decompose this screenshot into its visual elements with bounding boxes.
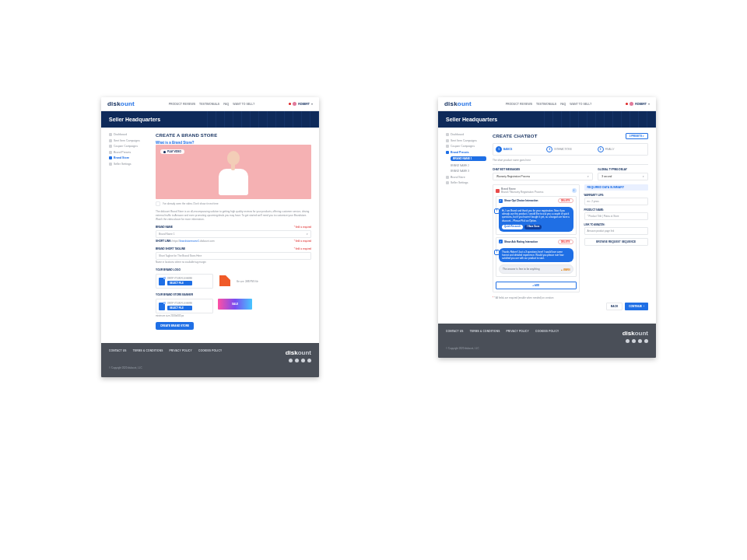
footer-privacy[interactable]: PRIVACY POLICY — [507, 330, 529, 333]
chip-have-gone[interactable]: I Have Gone — [524, 225, 542, 229]
side-coupon-campaigns[interactable]: Coupon Campaigns — [446, 145, 486, 148]
instagram-icon[interactable] — [638, 339, 642, 343]
warning-icon: ▲ WARN — [560, 269, 570, 272]
footer-terms[interactable]: TERMS & CONDITIONS — [133, 349, 163, 352]
chatmsg-select[interactable]: Warranty Registration Process▾ — [493, 173, 593, 180]
seen-video-row[interactable]: I've already seen the video. Don't show … — [156, 201, 311, 206]
bot-bubble[interactable]: ? Thanks Robert! Just a 3 questions here… — [499, 248, 573, 263]
block-opt-choice: ✓ Show Opt Choice Interaction DELETE ? H… — [496, 196, 577, 235]
show-toggle[interactable]: ✓ — [499, 240, 503, 243]
step-interactions[interactable]: 2INTERACTIONS — [546, 146, 594, 152]
create-brand-store-button[interactable]: CREATE BRAND STORE — [156, 322, 194, 330]
social-icons — [286, 359, 311, 362]
side-brand-store[interactable]: Brand Store — [109, 156, 149, 159]
nav-want-to-sell[interactable]: WANT TO SELL? — [570, 103, 591, 106]
twitter-icon[interactable] — [632, 339, 636, 343]
chip-quick-research[interactable]: Quick Research — [502, 225, 523, 229]
brandname-label: BRAND NAME — [156, 226, 173, 229]
footer-privacy[interactable]: PRIVACY POLICY — [170, 349, 192, 352]
instagram-icon[interactable] — [301, 359, 305, 362]
twitter-icon[interactable] — [295, 359, 299, 362]
store-icon — [446, 176, 449, 179]
select-file-button[interactable]: SELECT FILE — [167, 281, 192, 285]
presets-button[interactable]: 3 PRESETS ▾ — [626, 133, 648, 139]
browse-sequence-button[interactable]: BROWSE REQUEST SEQUENCE — [584, 238, 648, 246]
block-title: Show Ask Rating Interaction — [504, 240, 538, 243]
shortlink-value[interactable]: brandstorename1 — [180, 240, 199, 243]
side-sent-campaigns[interactable]: Sent Item Campaigns — [446, 139, 486, 142]
tagline-input[interactable]: Short Tagline for The Brand Goes Here — [156, 252, 311, 260]
add-interaction-button[interactable]: + ADD — [496, 282, 577, 289]
footer-terms[interactable]: TERMS & CONDITIONS — [470, 330, 500, 333]
side-sent-campaigns[interactable]: Sent Item Campaigns — [109, 139, 149, 142]
send-icon — [446, 139, 449, 142]
logo[interactable]: diskount — [107, 100, 135, 107]
nav-faq[interactable]: FAQ — [560, 103, 566, 106]
seen-video-checkbox[interactable] — [156, 201, 160, 206]
youtube-icon[interactable] — [644, 339, 648, 343]
help-icon[interactable]: ? — [494, 208, 500, 214]
store-icon — [109, 156, 112, 159]
step-basics[interactable]: 1BASICS — [496, 146, 543, 152]
side-coupon-campaigns[interactable]: Coupon Campaigns — [109, 145, 149, 148]
side-brand-presets[interactable]: Brand Presets — [109, 151, 149, 154]
footer-contact[interactable]: CONTACT US — [446, 330, 464, 333]
side-brand-store[interactable]: Brand Store — [446, 176, 486, 179]
nav-product-reviews[interactable]: PRODUCT REVIEWS — [169, 103, 195, 106]
tag-icon — [109, 145, 112, 148]
topbar: diskount PRODUCT REVIEWS TESTIMONIALS FA… — [101, 97, 319, 111]
nav-product-reviews[interactable]: PRODUCT REVIEWS — [506, 103, 532, 106]
nav-want-to-sell[interactable]: WANT TO SELL? — [233, 103, 254, 106]
facebook-icon[interactable] — [626, 339, 630, 343]
side-dashboard[interactable]: Dashboard — [109, 133, 149, 136]
delay-select[interactable]: 3 second▾ — [598, 173, 648, 180]
logo[interactable]: diskount — [444, 100, 472, 107]
back-button[interactable]: BACK — [606, 303, 622, 310]
side-sub-brand2[interactable]: BRAND NAME 2 — [451, 164, 486, 167]
warranty-input[interactable]: ex.: 2 years — [584, 198, 648, 205]
side-brand-presets[interactable]: Brand Presets — [446, 151, 486, 154]
delete-button[interactable]: DELETE — [558, 198, 573, 203]
side-dashboard[interactable]: Dashboard — [446, 133, 486, 136]
continue-button[interactable]: CONTINUE — [625, 303, 648, 310]
delete-button[interactable]: DELETE — [558, 240, 573, 244]
brandname-select[interactable]: Brand Name 1▾ — [156, 230, 311, 238]
youtube-icon[interactable] — [307, 359, 311, 362]
side-sub-brand1[interactable]: BRAND NAME 1 — [451, 156, 486, 161]
user-bubble[interactable]: The answer is free to be anything ▲ WARN — [499, 264, 573, 274]
topbar: diskount PRODUCT REVIEWS TESTIMONIALS FA… — [438, 97, 656, 111]
show-toggle[interactable]: ✓ — [499, 199, 503, 203]
facebook-icon[interactable] — [289, 359, 293, 362]
banner-upload[interactable]: DROP YOUR FILE HERE SELECT FILE — [156, 299, 213, 313]
shortlink-label: SHORT LINK: — [156, 240, 172, 243]
play-button[interactable]: PLAY VIDEO — [160, 149, 184, 154]
copyright: © Copyright 2020 diskount, LLC — [446, 347, 648, 350]
nav-testimonials[interactable]: TESTIMONIALS — [199, 103, 219, 106]
user-menu[interactable]: ROBERT ▾ — [289, 102, 313, 106]
user-menu[interactable]: ROBERT ▾ — [626, 102, 650, 106]
amazonlink-input[interactable]: Amazon product page link — [584, 227, 648, 235]
side-sub-brand3[interactable]: BRAND NAME 3 — [451, 170, 486, 173]
footer: CONTACT US TERMS & CONDITIONS PRIVACY PO… — [438, 324, 656, 358]
user-name: ROBERT — [635, 103, 647, 106]
required-hint: * * All fields are required (enable when… — [493, 296, 648, 299]
side-seller-settings[interactable]: Seller Settings — [109, 163, 149, 166]
logo-upload[interactable]: DROP YOUR FILE HERE SELECT FILE — [156, 274, 213, 289]
bot-bubble[interactable]: ? Hi, I am Brand and thank you for your … — [499, 207, 573, 232]
section-title: CREATE A BRAND STORE — [156, 133, 311, 138]
file-icon — [159, 278, 165, 285]
nav-faq[interactable]: FAQ — [223, 103, 229, 106]
banner-minsize: minimum size 2100x600 px — [156, 314, 311, 317]
info-icon[interactable]: i — [572, 188, 577, 193]
footer-contact[interactable]: CONTACT US — [109, 349, 127, 352]
nav-testimonials[interactable]: TESTIMONIALS — [536, 103, 556, 106]
footer-cookies[interactable]: COOKIES POLICY — [198, 349, 222, 352]
step-finally[interactable]: 3FINALLY — [598, 146, 645, 152]
notification-dot-icon — [626, 103, 628, 105]
productname-input[interactable]: * Product Title | Patios at Store — [584, 212, 648, 220]
footer-cookies[interactable]: COOKIES POLICY — [535, 330, 559, 333]
side-seller-settings[interactable]: Seller Settings — [446, 181, 486, 184]
select-file-button[interactable]: SELECT FILE — [167, 306, 192, 310]
help-icon[interactable]: ? — [494, 250, 500, 255]
intro-video[interactable]: PLAY VIDEO — [156, 145, 311, 199]
